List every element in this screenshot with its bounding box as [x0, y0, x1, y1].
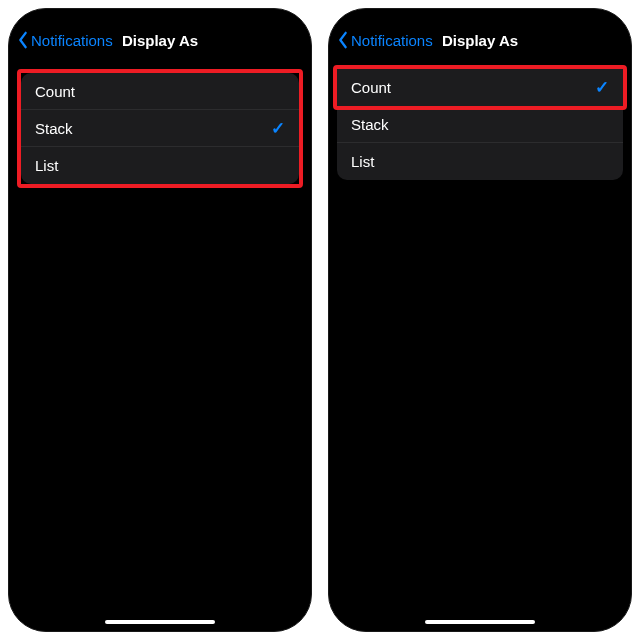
- back-button[interactable]: Notifications: [17, 31, 113, 49]
- option-row-count[interactable]: Count ✓: [337, 69, 623, 106]
- navbar: Notifications Display As: [329, 19, 631, 61]
- back-label: Notifications: [31, 32, 113, 49]
- option-list: Stack List: [337, 106, 623, 180]
- home-indicator[interactable]: [105, 620, 215, 624]
- phone-screen-right: Notifications Display As Count ✓ Stack L…: [328, 8, 632, 632]
- option-list-wrapper: Count ✓ Stack List: [337, 65, 623, 180]
- check-icon: ✓: [271, 118, 285, 139]
- content: Count ✓ Stack List: [329, 61, 631, 631]
- option-row-stack[interactable]: Stack: [337, 106, 623, 143]
- option-label: List: [351, 153, 374, 170]
- chevron-left-icon: [17, 31, 29, 49]
- back-label: Notifications: [351, 32, 433, 49]
- option-label: Stack: [351, 116, 389, 133]
- home-indicator[interactable]: [425, 620, 535, 624]
- page-title: Display As: [122, 32, 198, 49]
- option-row-list[interactable]: List: [337, 143, 623, 180]
- content: Count Stack ✓ List: [9, 61, 311, 631]
- option-list: Count Stack ✓ List: [21, 73, 299, 184]
- navbar: Notifications Display As: [9, 19, 311, 61]
- phone-screen-left: Notifications Display As Count Stack ✓ L…: [8, 8, 312, 632]
- option-label: Count: [351, 79, 391, 96]
- highlight-box: Count Stack ✓ List: [17, 69, 303, 188]
- check-icon: ✓: [595, 77, 609, 98]
- highlight-box: Count ✓: [333, 65, 627, 110]
- back-button[interactable]: Notifications: [337, 31, 433, 49]
- option-row-stack[interactable]: Stack ✓: [21, 110, 299, 147]
- page-title: Display As: [442, 32, 518, 49]
- option-label: List: [35, 157, 58, 174]
- option-label: Stack: [35, 120, 73, 137]
- option-row-count[interactable]: Count: [21, 73, 299, 110]
- chevron-left-icon: [337, 31, 349, 49]
- option-label: Count: [35, 83, 75, 100]
- option-row-list[interactable]: List: [21, 147, 299, 184]
